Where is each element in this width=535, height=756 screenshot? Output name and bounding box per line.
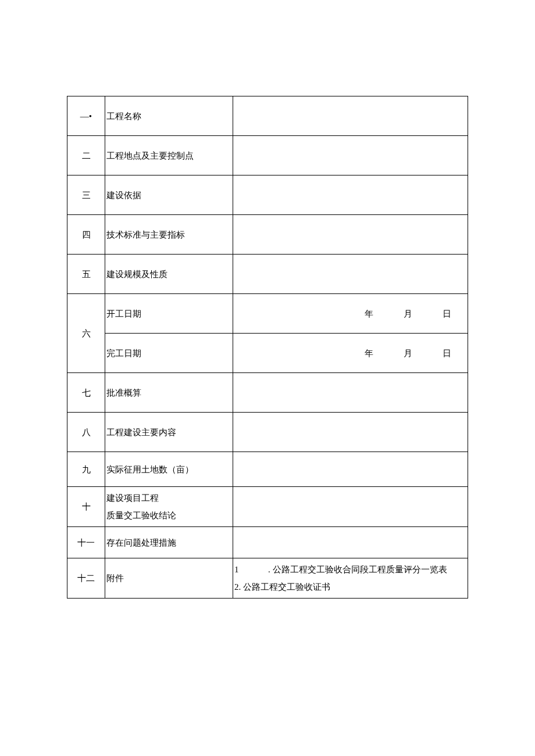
table-row: 三 建设依据 [67, 175, 468, 215]
row-number: 九 [67, 452, 105, 487]
row-label-budget: 批准概算 [105, 373, 233, 413]
date-year-label: 年 [365, 307, 373, 321]
row-label-quality-conclusion: 建设项目工程 质量交工验收结论 [105, 487, 233, 527]
row-value [233, 136, 468, 175]
row-label-attachments: 附件 [105, 558, 233, 599]
row-number: 四 [67, 215, 105, 255]
row-number: 七 [67, 373, 105, 413]
row-number: 十 [67, 487, 105, 527]
label-line: 质量交工验收结论 [106, 507, 230, 524]
table-row: 四 技术标准与主要指标 [67, 215, 468, 255]
row-value [233, 96, 468, 136]
date-month-label: 月 [404, 346, 412, 360]
table-row: 七 批准概算 [67, 373, 468, 413]
row-label-project-name: 工程名称 [105, 96, 233, 136]
row-number: —• [67, 96, 105, 136]
row-value [233, 215, 468, 255]
row-value [233, 452, 468, 487]
row-number: 二 [67, 136, 105, 175]
attachment-item-text: . 公路工程交工验收合同段工程质量评分一览表 [268, 565, 447, 574]
row-value [233, 373, 468, 413]
row-value [233, 487, 468, 527]
row-number: 八 [67, 413, 105, 452]
attachment-item: 2. 公路工程交工验收证书 [234, 578, 465, 596]
row-label-start-date: 开工日期 [105, 294, 233, 334]
attachment-item-number: 1 [234, 561, 240, 578]
form-table: —• 工程名称 二 工程地点及主要控制点 三 建设依据 四 技术标准与主要指标 … [67, 96, 468, 599]
date-year-label: 年 [365, 346, 373, 360]
table-row: 完工日期 年 月 日 [67, 334, 468, 373]
row-label-land: 实际征用土地数（亩） [105, 452, 233, 487]
row-value [233, 255, 468, 294]
label-line: 建设项目工程 [106, 489, 230, 507]
row-value [233, 527, 468, 558]
table-row: 九 实际征用土地数（亩） [67, 452, 468, 487]
table-row: 八 工程建设主要内容 [67, 413, 468, 452]
row-value [233, 413, 468, 452]
row-label-basis: 建设依据 [105, 175, 233, 215]
row-label-scale: 建设规模及性质 [105, 255, 233, 294]
table-row: 五 建设规模及性质 [67, 255, 468, 294]
table-row: 二 工程地点及主要控制点 [67, 136, 468, 175]
row-number: 十二 [67, 558, 105, 599]
date-day-label: 日 [443, 346, 451, 360]
row-label-standard: 技术标准与主要指标 [105, 215, 233, 255]
table-row: 十 建设项目工程 质量交工验收结论 [67, 487, 468, 527]
row-number: 三 [67, 175, 105, 215]
row-label-end-date: 完工日期 [105, 334, 233, 373]
row-value [233, 175, 468, 215]
date-day-label: 日 [443, 307, 451, 321]
row-label-issues: 存在问题处理措施 [105, 527, 233, 558]
table-row: 十一 存在问题处理措施 [67, 527, 468, 558]
table-row: 十二 附件 1. 公路工程交工验收合同段工程质量评分一览表 2. 公路工程交工验… [67, 558, 468, 599]
row-label-location: 工程地点及主要控制点 [105, 136, 233, 175]
row-value-attachments: 1. 公路工程交工验收合同段工程质量评分一览表 2. 公路工程交工验收证书 [233, 558, 468, 599]
row-value-start-date: 年 月 日 [233, 294, 468, 334]
row-number: 五 [67, 255, 105, 294]
table-row: 六 开工日期 年 月 日 [67, 294, 468, 334]
row-number: 六 [67, 294, 105, 373]
date-month-label: 月 [404, 307, 412, 321]
row-number: 十一 [67, 527, 105, 558]
row-label-content: 工程建设主要内容 [105, 413, 233, 452]
row-value-end-date: 年 月 日 [233, 334, 468, 373]
table-row: —• 工程名称 [67, 96, 468, 136]
